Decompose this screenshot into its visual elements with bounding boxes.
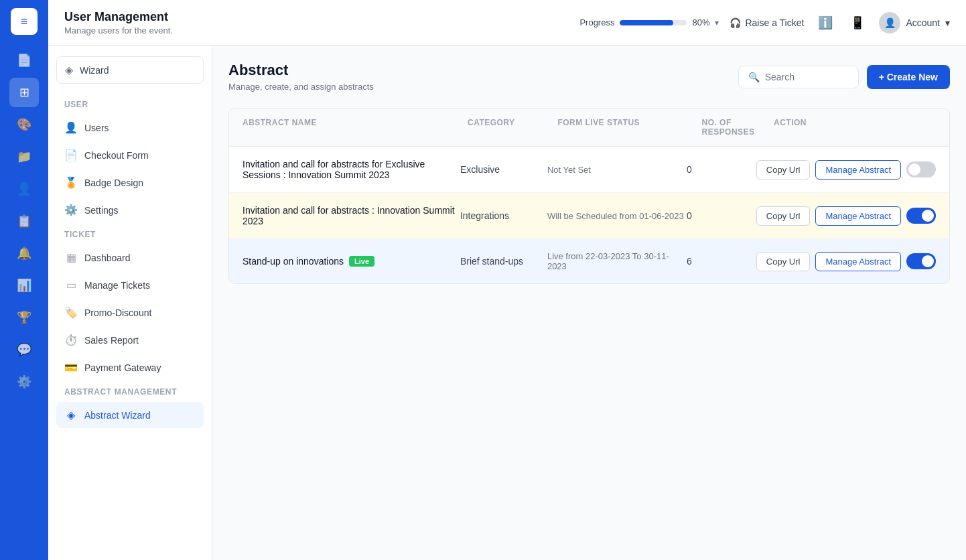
col-header-category: Category: [468, 118, 557, 137]
sidebar-item-abstract-wizard[interactable]: ◈ Abstract Wizard: [56, 402, 204, 428]
row-1-toggle[interactable]: [906, 161, 936, 178]
row-1-copy-button[interactable]: Copy Url: [756, 160, 811, 180]
nav-icon-document[interactable]: 📄: [9, 46, 39, 75]
col-header-name: Abstract Name: [243, 118, 468, 137]
icon-bar: ≡ 📄 ⊞ 🎨 📁 👤 📋 🔔 📊 🏆 💬 ⚙️: [0, 0, 48, 560]
sidebar-item-dashboard-label: Dashboard: [84, 253, 131, 263]
row-3-responses: 6: [687, 256, 756, 267]
sidebar-item-badge-label: Badge Design: [84, 178, 143, 188]
users-icon: 👤: [64, 121, 78, 134]
sidebar-item-sales-label: Sales Report: [84, 335, 139, 346]
page-subtitle: Manage, create, and assign abstracts: [228, 82, 738, 92]
table-row: Stand-up on innovations Live Brief stand…: [229, 239, 949, 283]
search-box[interactable]: 🔍 Search: [738, 66, 859, 88]
table-row: Invitation and call for abstracts for Ex…: [229, 147, 949, 193]
account-label: Account: [906, 17, 940, 28]
sidebar-item-users[interactable]: 👤 Users: [56, 115, 204, 141]
progress-chevron-icon[interactable]: ▾: [715, 18, 719, 27]
row-3-action: Copy Url Manage Abstract: [756, 252, 936, 271]
nav-icon-gear[interactable]: ⚙️: [9, 367, 39, 397]
progress-percent: 80%: [692, 17, 709, 27]
live-badge: Live: [349, 256, 374, 267]
nav-icon-folder[interactable]: 📁: [9, 142, 39, 171]
sidebar-item-settings-label: Settings: [84, 205, 119, 216]
progress-section: Progress 80% ▾: [579, 17, 719, 27]
search-icon: 🔍: [748, 72, 760, 82]
mobile-icon[interactable]: 📱: [847, 12, 868, 33]
row-3-status: Live from 22-03-2023 To 30-11-2023: [547, 251, 687, 271]
sidebar-section-abstract: Abstract Management: [56, 382, 204, 399]
row-1-status: Not Yet Set: [547, 165, 687, 175]
app-title: User Management: [64, 10, 569, 24]
table-header: Abstract Name Category Form Live Status …: [229, 109, 949, 147]
account-chevron-icon: ▾: [945, 17, 950, 28]
row-2-name: Invitation and call for abstracts : Inno…: [243, 205, 460, 226]
nav-icon-trophy[interactable]: 🏆: [9, 303, 39, 332]
sidebar-item-settings[interactable]: ⚙️ Settings: [56, 197, 204, 223]
nav-icon-grid[interactable]: ⊞: [9, 78, 39, 107]
row-1-action: Copy Url Manage Abstract: [756, 160, 936, 180]
app-logo[interactable]: ≡: [11, 8, 38, 35]
nav-icon-chart[interactable]: 📊: [9, 271, 39, 300]
sidebar-item-promo-label: Promo-Discount: [84, 307, 151, 318]
topbar-title: User Management Manage users for the eve…: [64, 10, 569, 36]
row-2-status: Will be Scheduled from 01-06-2023: [547, 211, 687, 221]
account-button[interactable]: 👤 Account ▾: [879, 12, 950, 33]
row-1-name: Invitation and call for abstracts for Ex…: [243, 159, 460, 180]
sidebar-item-payment[interactable]: 💳 Payment Gateway: [56, 354, 204, 380]
info-icon[interactable]: ℹ️: [815, 12, 836, 33]
abstract-wizard-icon: ◈: [64, 409, 78, 421]
col-header-responses: No. ofResponses: [702, 118, 774, 137]
row-3-manage-button[interactable]: Manage Abstract: [815, 252, 901, 271]
table-row: Invitation and call for abstracts : Inno…: [229, 193, 949, 239]
raise-ticket-button[interactable]: 🎧 Raise a Ticket: [730, 17, 804, 28]
main-panel: Abstract Manage, create, and assign abst…: [212, 46, 966, 560]
sidebar-section-ticket: Ticket: [56, 224, 204, 242]
page-header-info: Abstract Manage, create, and assign abst…: [228, 62, 738, 92]
sidebar-item-users-label: Users: [84, 123, 109, 133]
nav-icon-report[interactable]: 📋: [9, 206, 39, 236]
headphones-icon: 🎧: [730, 17, 741, 28]
row-2-copy-button[interactable]: Copy Url: [756, 206, 811, 226]
row-2-responses: 0: [687, 210, 756, 221]
row-3-toggle-knob: [922, 255, 934, 267]
sidebar-item-checkout-label: Checkout Form: [84, 150, 149, 161]
payment-icon: 💳: [64, 361, 78, 374]
sidebar: ◈ Wizard User 👤 Users 📄 Checkout Form 🏅 …: [48, 46, 212, 560]
sidebar-item-promo[interactable]: 🏷️ Promo-Discount: [56, 299, 204, 326]
app-subtitle: Manage users for the event.: [64, 25, 569, 36]
nav-icon-chat[interactable]: 💬: [9, 335, 39, 364]
col-header-status: Form Live Status: [557, 118, 701, 137]
sidebar-item-dashboard[interactable]: ▦ Dashboard: [56, 244, 204, 271]
badge-icon: 🏅: [64, 176, 78, 189]
col-header-action: Action: [774, 118, 936, 137]
progress-bar: [620, 20, 687, 25]
row-2-category: Integrations: [460, 210, 547, 221]
create-new-button[interactable]: + Create New: [867, 65, 950, 89]
page-header: Abstract Manage, create, and assign abst…: [228, 62, 950, 92]
page-title: Abstract: [228, 62, 738, 79]
promo-icon: 🏷️: [64, 306, 78, 319]
search-placeholder: Search: [765, 72, 795, 82]
row-1-toggle-knob: [908, 163, 920, 176]
sidebar-item-manage-tickets-label: Manage Tickets: [84, 280, 150, 291]
nav-icon-palette[interactable]: 🎨: [9, 110, 39, 139]
row-2-manage-button[interactable]: Manage Abstract: [815, 206, 901, 226]
checkout-icon: 📄: [64, 149, 78, 161]
row-2-toggle-knob: [922, 210, 934, 222]
sidebar-item-sales[interactable]: ⏱️ Sales Report: [56, 327, 204, 353]
manage-tickets-icon: ▭: [64, 279, 78, 291]
sidebar-item-badge[interactable]: 🏅 Badge Design: [56, 169, 204, 196]
nav-icon-user[interactable]: 👤: [9, 174, 39, 204]
topbar: User Management Manage users for the eve…: [48, 0, 966, 46]
row-3-copy-button[interactable]: Copy Url: [756, 252, 811, 271]
sidebar-item-checkout[interactable]: 📄 Checkout Form: [56, 142, 204, 168]
row-1-manage-button[interactable]: Manage Abstract: [815, 160, 901, 180]
sidebar-item-manage-tickets[interactable]: ▭ Manage Tickets: [56, 272, 204, 298]
settings-icon: ⚙️: [64, 204, 78, 216]
row-2-toggle[interactable]: [906, 208, 936, 224]
sidebar-wizard[interactable]: ◈ Wizard: [56, 56, 204, 84]
row-1-category: Exclusive: [460, 164, 547, 175]
nav-icon-bell[interactable]: 🔔: [9, 238, 39, 268]
row-3-toggle[interactable]: [906, 253, 936, 269]
